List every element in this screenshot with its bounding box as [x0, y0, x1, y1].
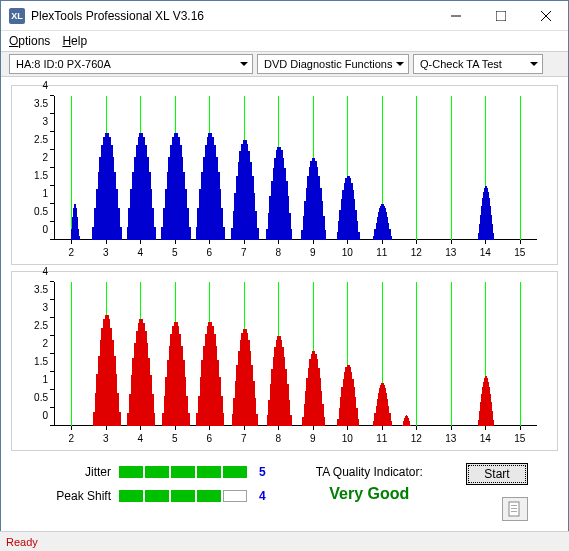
quality-value: Very Good	[316, 485, 423, 503]
toolbar: HA:8 ID:0 PX-760A DVD Diagnostic Functio…	[1, 51, 568, 77]
indicator-box	[145, 490, 169, 502]
indicator-box	[119, 466, 143, 478]
menu-help[interactable]: Help	[62, 34, 87, 48]
indicator-box	[197, 466, 221, 478]
indicator-box	[223, 466, 247, 478]
indicator-box	[145, 466, 169, 478]
indicator-box	[223, 490, 247, 502]
menu-options[interactable]: Options	[9, 34, 50, 48]
minimize-button[interactable]	[433, 1, 478, 30]
svg-rect-5	[511, 505, 517, 506]
peakshift-value: 4	[259, 489, 266, 503]
app-logo-icon: XL	[9, 8, 25, 24]
jitter-boxes	[119, 466, 247, 478]
test-select[interactable]: Q-Check TA Test	[413, 54, 543, 74]
indicator-box	[119, 490, 143, 502]
document-icon	[508, 501, 522, 517]
window-title: PlexTools Professional XL V3.16	[31, 9, 433, 23]
svg-rect-1	[496, 11, 506, 21]
function-select[interactable]: DVD Diagnostic Functions	[257, 54, 409, 74]
metrics-panel: Jitter 5 Peak Shift 4	[41, 465, 266, 503]
jitter-value: 5	[259, 465, 266, 479]
titlebar: XL PlexTools Professional XL V3.16	[1, 1, 568, 31]
svg-rect-6	[511, 508, 517, 509]
peakshift-label: Peak Shift	[41, 489, 111, 503]
svg-rect-7	[511, 511, 517, 512]
window-controls	[433, 1, 568, 30]
statusbar: Ready	[0, 531, 569, 551]
chart-top: 00.511.522.533.5423456789101112131415	[11, 85, 558, 265]
peakshift-boxes	[119, 490, 247, 502]
maximize-button[interactable]	[478, 1, 523, 30]
menubar: Options Help	[1, 31, 568, 51]
quality-indicator: TA Quality Indicator: Very Good	[316, 465, 423, 503]
export-button[interactable]	[502, 497, 528, 521]
close-button[interactable]	[523, 1, 568, 30]
indicator-box	[171, 490, 195, 502]
indicator-box	[197, 490, 221, 502]
drive-select[interactable]: HA:8 ID:0 PX-760A	[9, 54, 253, 74]
bottom-panel: Jitter 5 Peak Shift 4 TA Quality Indicat…	[11, 457, 558, 503]
jitter-label: Jitter	[41, 465, 111, 479]
indicator-box	[171, 466, 195, 478]
quality-label: TA Quality Indicator:	[316, 465, 423, 479]
content-area: 00.511.522.533.5423456789101112131415 00…	[1, 77, 568, 503]
chart-bottom: 00.511.522.533.5423456789101112131415	[11, 271, 558, 451]
start-button[interactable]: Start	[466, 463, 528, 485]
jitter-metric: Jitter 5	[41, 465, 266, 479]
peakshift-metric: Peak Shift 4	[41, 489, 266, 503]
